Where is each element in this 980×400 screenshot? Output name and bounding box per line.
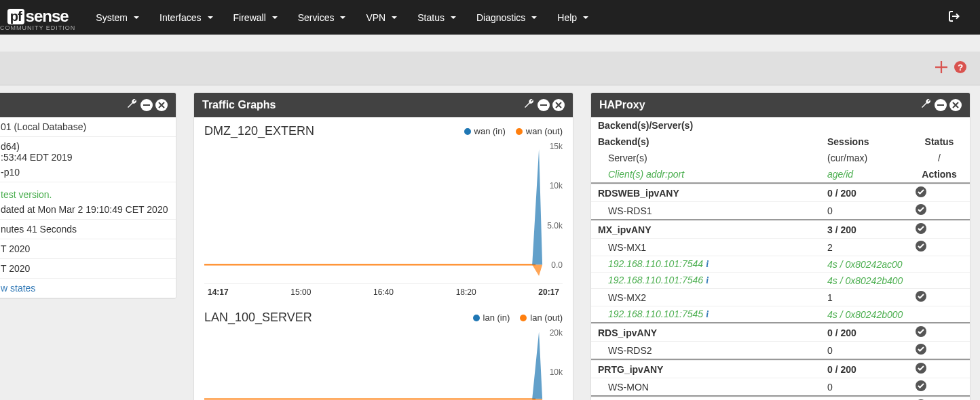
legend-item: lan (out) — [520, 313, 563, 323]
haproxy-col-backend: Backend(s) — [598, 136, 827, 147]
legend-dot-icon — [520, 315, 527, 321]
nav-diagnostics[interactable]: Diagnostics — [466, 2, 547, 33]
sysinfo-time1: T 2020 — [0, 239, 176, 259]
haproxy-server-row: WS-MX12 — [591, 238, 970, 256]
nav-help[interactable]: Help — [547, 2, 599, 33]
system-info-panel: 01 (Local Database) d64) :53:44 EDT 2019… — [0, 92, 176, 299]
traffic-graph: DMZ_120_EXTERNwan (in)wan (out)15k10k5.0… — [194, 117, 573, 304]
svg-rect-2 — [143, 104, 150, 106]
caret-down-icon — [272, 16, 278, 19]
haproxy-panel: HAProxy Backend(s)/Server(s) Backend(s) … — [590, 92, 970, 400]
haproxy-client-row: 192.168.110.101:7546i4s / 0x80242b400 — [591, 272, 970, 288]
haproxy-col-client: Client(s) addr:port — [598, 169, 827, 180]
nav-services[interactable]: Services — [288, 2, 356, 33]
haproxy-server-row: WS-RDS10 — [591, 201, 970, 219]
haproxy-backend-row: MX_ipvANY3 / 200 — [591, 220, 970, 238]
brand-logo[interactable]: pfsense COMMUNITY EDITION — [0, 3, 86, 31]
brand-edition: COMMUNITY EDITION — [0, 24, 75, 31]
nav-vpn[interactable]: VPN — [356, 2, 407, 33]
caret-down-icon — [208, 16, 213, 19]
wrench-icon[interactable] — [524, 98, 535, 112]
sysinfo-built: :53:44 EDT 2019 — [0, 152, 176, 163]
haproxy-client-row: 192.168.110.101:7544i4s / 0x80242ac00 — [591, 256, 970, 272]
sysinfo-uptime: nutes 41 Seconds — [0, 220, 176, 239]
legend-item: wan (in) — [464, 126, 506, 136]
haproxy-col-curmax: (cur/max) — [827, 153, 916, 163]
legend-dot-icon — [464, 128, 471, 135]
minimize-icon[interactable] — [140, 99, 153, 111]
nav-interfaces[interactable]: Interfaces — [149, 2, 223, 33]
sysinfo-user: 01 (Local Database) — [0, 117, 176, 137]
caret-down-icon — [451, 16, 456, 19]
minimize-icon[interactable] — [935, 99, 947, 111]
caret-down-icon — [531, 16, 537, 19]
chart-area[interactable]: 15k10k5.0k0.0 — [204, 142, 563, 284]
traffic-graph: LAN_100_SERVERlan (in)lan (out)20k10k0.0… — [194, 304, 573, 400]
chart-area[interactable]: 20k10k0.0-10k — [204, 328, 563, 400]
help-icon[interactable]: ? — [954, 61, 966, 75]
haproxy-server-row: WS-MX21 — [591, 288, 970, 306]
status-ok-icon[interactable] — [916, 326, 926, 337]
haproxy-backend-row: RDSWEB_ipvANY0 / 200 — [591, 184, 970, 201]
info-icon[interactable]: i — [706, 275, 709, 285]
haproxy-backend-row: RDS_ipvANY0 / 200 — [591, 323, 970, 341]
status-ok-icon[interactable] — [916, 186, 926, 197]
info-icon[interactable]: i — [706, 309, 709, 319]
brand-sense: sense — [26, 7, 69, 26]
wrench-icon[interactable] — [921, 98, 932, 112]
legend-item: wan (out) — [516, 126, 563, 136]
logout-icon[interactable] — [939, 1, 970, 34]
sysinfo-states-link[interactable]: w states — [1, 283, 35, 294]
close-icon[interactable] — [949, 99, 962, 111]
graph-name: LAN_100_SERVER — [204, 311, 312, 325]
haproxy-title: HAProxy — [599, 99, 921, 111]
close-icon[interactable] — [552, 99, 565, 111]
status-ok-icon[interactable] — [916, 363, 926, 374]
minimize-icon[interactable] — [538, 99, 550, 111]
legend-dot-icon — [473, 315, 480, 321]
status-ok-icon[interactable] — [916, 380, 926, 391]
sysinfo-arch: d64) — [0, 137, 176, 152]
caret-down-icon — [392, 16, 397, 19]
close-icon[interactable] — [155, 99, 168, 111]
sysinfo-time2: T 2020 — [0, 259, 176, 279]
haproxy-col-ageid: age/id — [827, 169, 916, 180]
caret-down-icon — [134, 16, 139, 19]
info-icon[interactable]: i — [706, 259, 709, 269]
sysinfo-updated: dated at Mon Mar 2 19:10:49 CET 2020 — [0, 200, 176, 220]
haproxy-server-row: WS-MON0 — [591, 378, 970, 395]
legend-dot-icon — [516, 128, 523, 135]
haproxy-server-row: WS-RDS20 — [591, 341, 970, 359]
status-ok-icon[interactable] — [916, 204, 926, 215]
legend-item: lan (in) — [473, 313, 510, 323]
svg-rect-6 — [937, 104, 944, 106]
nav-firewall[interactable]: Firewall — [223, 2, 288, 33]
status-ok-icon[interactable] — [916, 223, 926, 234]
caret-down-icon — [583, 16, 588, 19]
wrench-icon[interactable] — [127, 98, 138, 112]
traffic-graphs-title: Traffic Graphs — [202, 99, 524, 111]
nav-status[interactable]: Status — [407, 2, 466, 33]
haproxy-col-slash: / — [916, 153, 963, 163]
haproxy-col-sessions: Sessions — [827, 136, 916, 147]
brand-pf: pf — [7, 9, 24, 24]
status-ok-icon[interactable] — [916, 344, 926, 355]
status-ok-icon[interactable] — [916, 291, 926, 302]
add-widget-icon[interactable] — [935, 61, 947, 75]
sysinfo-patch: -p10 — [0, 163, 176, 182]
haproxy-col-server: Server(s) — [598, 153, 827, 163]
graph-name: DMZ_120_EXTERN — [204, 124, 314, 138]
svg-rect-3 — [540, 104, 547, 106]
dashboard-header-bar: ? — [0, 52, 980, 85]
nav-system[interactable]: System — [86, 2, 149, 33]
sysinfo-latest: test version. — [1, 189, 52, 200]
top-navbar: pfsense COMMUNITY EDITION SystemInterfac… — [0, 0, 980, 35]
haproxy-col-status: Status — [916, 136, 963, 147]
haproxy-backend-row: SMTP_ipv40 / 200 — [591, 397, 970, 400]
haproxy-col-actions: Actions — [916, 169, 963, 180]
traffic-graphs-panel: Traffic Graphs DMZ_120_EXTERNwan (in)wan… — [193, 92, 573, 400]
haproxy-col-backends: Backend(s)/Server(s) — [598, 120, 963, 131]
status-ok-icon[interactable] — [916, 241, 926, 252]
caret-down-icon — [340, 16, 345, 19]
svg-text:?: ? — [958, 62, 963, 73]
